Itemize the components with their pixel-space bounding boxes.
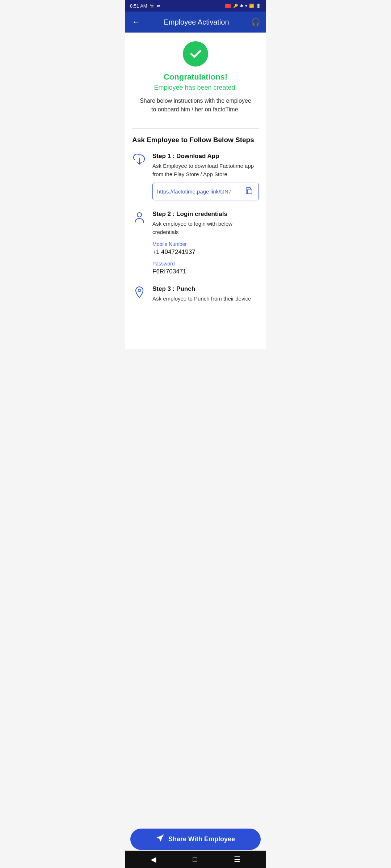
step-1: Step 1 : Download App Ask Employee to do…: [132, 153, 259, 200]
main-content: Congratulations! Employee has been creat…: [125, 33, 266, 349]
password-value: F6RI703471: [152, 268, 259, 275]
success-check-circle: [183, 41, 208, 67]
step-1-description: Ask Employee to download Factotime app f…: [152, 162, 259, 178]
steps-section: Ask Employee to Follow Below Steps Step …: [132, 136, 259, 303]
section-divider: [132, 128, 259, 129]
svg-point-2: [138, 289, 141, 292]
battery-alert-icon: 🔴: [225, 4, 231, 8]
location-icon: [132, 286, 147, 299]
employee-created-text: Employee has been created.: [154, 84, 237, 92]
mobile-value: +1 4047241937: [152, 248, 259, 256]
step-3-title: Step 3 : Punch: [152, 285, 259, 293]
back-button[interactable]: ←: [131, 16, 142, 28]
bluetooth-icon: ✱: [240, 4, 243, 8]
congratulations-text: Congratulations!: [164, 72, 227, 82]
video-icon: 📷: [150, 4, 155, 8]
mobile-label: Mobile Number: [152, 241, 259, 247]
status-bar: 8:51 AM 📷 ⇌ 🔴 🔑 ✱ ▾ 📶 🔋: [125, 0, 266, 12]
copy-link-icon[interactable]: [244, 187, 254, 196]
step-2: Step 2 : Login credentials Ask employee …: [132, 210, 259, 275]
download-icon: [132, 153, 147, 166]
header: ← Employee Activation 🎧: [125, 12, 266, 33]
status-time: 8:51 AM: [130, 3, 147, 9]
step-3-description: Ask employee to Punch from their device: [152, 295, 259, 303]
wifi-icon: 📶: [249, 4, 254, 8]
support-icon[interactable]: 🎧: [251, 18, 260, 26]
app-link-box: https://factotime.page.link/tJN7: [152, 183, 259, 200]
step-3-content: Step 3 : Punch Ask employee to Punch fro…: [152, 285, 259, 303]
step-2-description: Ask employee to login with below credent…: [152, 220, 259, 236]
page-title: Employee Activation: [164, 18, 229, 26]
step-2-title: Step 2 : Login credentials: [152, 210, 259, 218]
svg-point-1: [137, 213, 142, 217]
svg-rect-0: [248, 189, 252, 194]
step-1-content: Step 1 : Download App Ask Employee to do…: [152, 153, 259, 200]
step-2-content: Step 2 : Login credentials Ask employee …: [152, 210, 259, 275]
cast-icon: ⇌: [157, 4, 160, 8]
share-instructions-text: Share below instructions with the employ…: [138, 97, 253, 114]
battery-icon: 🔋: [256, 4, 261, 8]
success-section: Congratulations! Employee has been creat…: [132, 41, 259, 121]
check-icon: [188, 47, 203, 61]
steps-section-title: Ask Employee to Follow Below Steps: [132, 136, 259, 144]
signal-icon: ▾: [245, 4, 247, 8]
person-icon: [132, 211, 147, 224]
key-icon: 🔑: [233, 4, 238, 8]
app-link-url[interactable]: https://factotime.page.link/tJN7: [157, 188, 231, 195]
password-label: Password: [152, 261, 259, 267]
step-1-title: Step 1 : Download App: [152, 153, 259, 160]
step-3: Step 3 : Punch Ask employee to Punch fro…: [132, 285, 259, 303]
